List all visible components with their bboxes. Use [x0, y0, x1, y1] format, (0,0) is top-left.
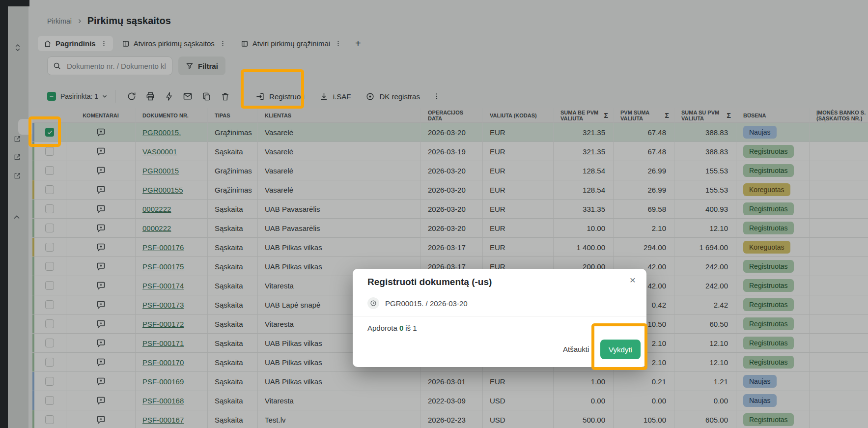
dialog-divider [353, 316, 646, 316]
dialog-document-item: PGR00015. / 2026-03-20 [367, 297, 468, 309]
dialog-document-label: PGR00015. / 2026-03-20 [385, 299, 468, 308]
confirm-button[interactable]: Vykdyti [600, 340, 641, 359]
cancel-button[interactable]: Atšaukti [563, 345, 589, 353]
progress-count: 0 [399, 324, 403, 332]
dialog-progress: Apdorota0iš 1 [367, 324, 417, 332]
dialog-title: Registruoti dokumentą (-us) [367, 277, 492, 287]
close-icon[interactable]: × [630, 275, 636, 285]
register-dialog: Registruoti dokumentą (-us) × PGR00015. … [353, 269, 646, 367]
clock-icon [367, 297, 379, 309]
